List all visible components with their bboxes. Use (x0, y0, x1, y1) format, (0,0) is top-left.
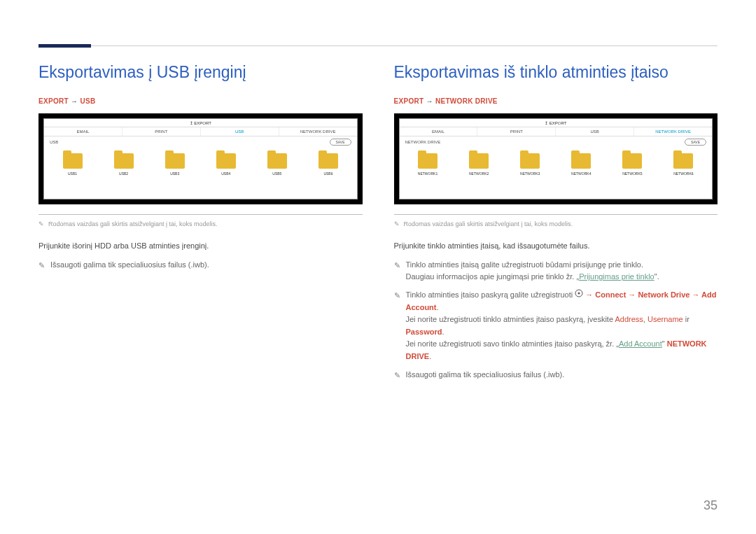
folder-icon (114, 153, 134, 169)
bullet-item: ✎ Tinklo atminties įtaisą galite užregis… (394, 259, 718, 283)
tab-row: EMAIL PRINT USB NETWORK DRIVE (44, 127, 357, 136)
folder-item[interactable]: USB3 (165, 153, 185, 176)
divider (38, 214, 363, 215)
tab-usb[interactable]: USB (201, 127, 279, 136)
folder-item[interactable]: NETWORK5 (622, 153, 642, 176)
folder-item[interactable]: NETWORK4 (571, 153, 591, 176)
gear-icon (575, 289, 583, 302)
svg-point-1 (578, 292, 580, 294)
screenshot-network: ↥ EXPORT EMAIL PRINT USB NETWORK DRIVE N… (394, 113, 718, 204)
screenshot-usb: ↥ EXPORT EMAIL PRINT USB NETWORK DRIVE U… (38, 113, 363, 204)
pencil-icon: ✎ (394, 290, 400, 363)
location-label: NETWORK DRIVE (405, 140, 441, 144)
folder-item[interactable]: USB4 (216, 153, 236, 176)
intro-text: Prijunkite tinklo atminties įtaisą, kad … (394, 240, 718, 252)
folder-item[interactable]: USB6 (318, 153, 338, 176)
folder-icon (418, 153, 438, 169)
divider (394, 214, 718, 215)
folder-item[interactable]: NETWORK2 (469, 153, 489, 176)
folder-grid: NETWORK1 NETWORK2 NETWORK3 NETWORK4 NETW… (400, 148, 713, 199)
folder-item[interactable]: USB2 (114, 153, 134, 176)
folder-icon (63, 153, 83, 169)
tab-usb[interactable]: USB (556, 127, 634, 136)
tab-print[interactable]: PRINT (122, 127, 201, 136)
folder-icon (673, 153, 693, 169)
export-header: ↥ EXPORT (400, 119, 713, 127)
export-header: ↥ EXPORT (44, 119, 357, 127)
folder-icon (267, 153, 287, 169)
folder-icon (318, 153, 338, 169)
tab-print[interactable]: PRINT (477, 127, 556, 136)
folder-icon (571, 153, 591, 169)
pencil-icon: ✎ (394, 260, 400, 283)
right-column: Eksportavimas iš tinklo atminties įtaiso… (394, 63, 718, 387)
disclaimer: ✎ Rodomas vaizdas gali skirtis atsižvelg… (394, 220, 718, 227)
tab-row: EMAIL PRINT USB NETWORK DRIVE (400, 127, 713, 136)
folder-grid: USB1 USB2 USB3 USB4 USB5 USB6 (44, 148, 357, 199)
folder-item[interactable]: USB1 (63, 153, 83, 176)
folder-icon (469, 153, 489, 169)
heading-usb: Eksportavimas į USB įrenginį (38, 63, 363, 82)
tab-network[interactable]: NETWORK DRIVE (279, 127, 357, 136)
bullet-item: ✎ Išsaugoti galima tik specialiuosius fa… (394, 369, 718, 382)
page-number: 35 (704, 498, 718, 513)
disclaimer: ✎ Rodomas vaizdas gali skirtis atsižvelg… (38, 220, 363, 227)
pencil-icon: ✎ (394, 370, 400, 382)
bullet-item: ✎ Išsaugoti galima tik specialiuosius fa… (38, 259, 363, 272)
folder-icon (520, 153, 540, 169)
intro-text: Prijunkite išorinį HDD arba USB atmintie… (38, 240, 363, 252)
folder-item[interactable]: USB5 (267, 153, 287, 176)
bullet-item: ✎ Tinklo atminties įtaiso paskyrą galite… (394, 289, 718, 363)
tab-email[interactable]: EMAIL (400, 127, 478, 136)
folder-item[interactable]: NETWORK3 (520, 153, 540, 176)
breadcrumb-usb: EXPORT → USB (38, 97, 363, 105)
pencil-icon: ✎ (38, 220, 44, 227)
folder-icon (165, 153, 185, 169)
save-button[interactable]: SAVE (330, 139, 351, 146)
folder-item[interactable]: NETWORK1 (418, 153, 438, 176)
folder-icon (622, 153, 642, 169)
link-network-connect[interactable]: Prijungimas prie tinklo (579, 272, 654, 281)
left-column: Eksportavimas į USB įrenginį EXPORT → US… (38, 63, 363, 387)
folder-item[interactable]: NETWORK6 (673, 153, 693, 176)
location-label: USB (50, 140, 58, 144)
link-add-account[interactable]: Add Account (619, 339, 662, 348)
pencil-icon: ✎ (394, 220, 400, 227)
save-button[interactable]: SAVE (685, 139, 706, 146)
tab-network[interactable]: NETWORK DRIVE (634, 127, 712, 136)
folder-icon (216, 153, 236, 169)
top-divider (38, 45, 718, 46)
heading-network: Eksportavimas iš tinklo atminties įtaiso (394, 63, 718, 82)
pencil-icon: ✎ (38, 260, 45, 272)
tab-email[interactable]: EMAIL (44, 127, 122, 136)
breadcrumb-network: EXPORT → NETWORK DRIVE (394, 97, 718, 105)
